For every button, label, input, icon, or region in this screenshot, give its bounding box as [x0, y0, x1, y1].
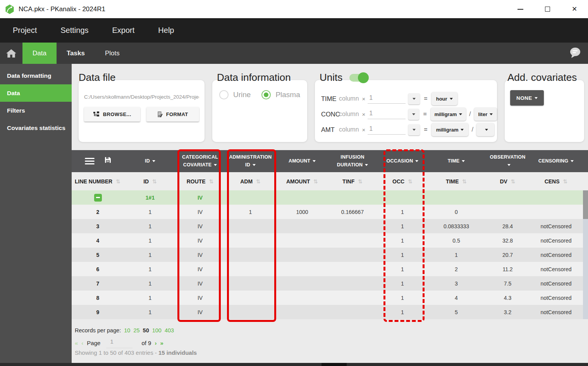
table-menu-icon[interactable] [85, 158, 95, 165]
minimize-button[interactable] [507, 0, 534, 18]
table-cell-line [72, 190, 124, 205]
column-type-occasion[interactable]: OCCASION [378, 150, 427, 172]
time-factor-input[interactable] [368, 94, 406, 104]
urine-radio[interactable] [219, 90, 229, 99]
table-cell-dv: 32.8 [485, 233, 530, 248]
chevron-down-icon [459, 113, 462, 115]
table-cell-id: 1 [124, 276, 176, 291]
sort-icon[interactable] [313, 178, 318, 185]
tab-data[interactable]: Data [22, 43, 57, 64]
time-unit-dropdown[interactable]: hour [432, 92, 457, 105]
sidebar-item-covariates-statistics[interactable]: Covariates statistics [0, 119, 72, 137]
conc-unit-numerator-value: milligram [434, 111, 457, 117]
pkanalix-window: NCA.pkx - PKanalix - 2024R1 ✕ Project Se… [0, 0, 588, 366]
column-type-observation[interactable]: OBSERVATION [485, 150, 530, 172]
col-tinf: TINF [342, 178, 354, 185]
next-page-button[interactable]: › [155, 340, 156, 346]
page-size-25[interactable]: 25 [133, 327, 139, 334]
page-size-100[interactable]: 100 [152, 327, 162, 334]
scrollbar-thumb[interactable] [583, 190, 588, 219]
sidebar-item-filters[interactable]: Filters [0, 102, 72, 119]
menu-help[interactable]: Help [158, 26, 174, 35]
sort-icon[interactable] [152, 178, 157, 185]
browse-button[interactable]: BROWSE... [84, 107, 140, 121]
sidebar: Data formatting Data Filters Covariates … [0, 64, 72, 363]
conc-factor-dropdown[interactable] [408, 109, 419, 120]
horizontal-scrollbar [0, 363, 588, 366]
page-size-403[interactable]: 403 [165, 327, 174, 334]
sort-icon[interactable] [511, 178, 516, 185]
last-page-button[interactable]: » [160, 340, 163, 346]
conc-unit-denominator-value: liter [478, 111, 487, 117]
sort-icon[interactable] [462, 178, 467, 185]
sort-icon[interactable] [116, 178, 120, 185]
format-button[interactable]: FORMAT [146, 107, 199, 121]
showing-entries-text: Showing 1 to 50 of 403 entries - 15 indi… [75, 349, 197, 356]
amt-unit-numerator-dropdown[interactable]: milligram [432, 123, 469, 136]
units-toggle[interactable] [349, 74, 367, 82]
collapse-row-icon[interactable] [94, 194, 102, 202]
table-cell-route: IV [176, 205, 224, 219]
time-factor-dropdown[interactable] [408, 93, 420, 104]
table-cell-route: IV [176, 262, 224, 276]
table-cell-tinf [327, 190, 378, 205]
page-size-50[interactable]: 50 [143, 327, 149, 334]
column-type-amount[interactable]: AMOUNT [277, 150, 327, 172]
maximize-button[interactable] [534, 0, 561, 18]
chevron-down-icon [485, 129, 488, 131]
chevron-down-icon [253, 164, 256, 166]
sort-icon[interactable] [256, 178, 261, 185]
sidebar-item-data[interactable]: Data [0, 84, 72, 102]
table-cell-occ: 1 [378, 291, 427, 305]
column-type-id[interactable]: ID [124, 150, 176, 172]
column-type-infusion-duration[interactable]: INFUSION DURATION [327, 150, 378, 172]
none-covariates-dropdown[interactable]: NONE [510, 90, 544, 106]
sort-icon[interactable] [358, 178, 363, 185]
times-symbol: × [362, 111, 366, 118]
column-type-censoring[interactable]: CENSORING [530, 150, 582, 172]
save-table-icon[interactable] [105, 157, 111, 165]
menu-settings[interactable]: Settings [60, 26, 88, 35]
column-type-time[interactable]: TIME [427, 150, 485, 172]
table-cell-route: IV [176, 305, 224, 319]
amt-unit-denominator-dropdown[interactable] [476, 123, 494, 136]
table-cell-dv [485, 190, 530, 205]
amt-factor-dropdown[interactable] [408, 124, 420, 135]
table-cell-amount [277, 276, 327, 291]
previous-page-button[interactable]: ‹ [81, 340, 83, 346]
individuals-count: 15 individuals [158, 349, 197, 356]
tab-plots[interactable]: Plots [95, 43, 130, 64]
column-label: column [339, 111, 359, 118]
plasma-radio[interactable] [261, 90, 271, 99]
conc-unit-denominator-dropdown[interactable]: liter [474, 108, 497, 121]
table-cell-amount: 1000 [277, 205, 327, 219]
column-type-administration-id[interactable]: ADMINISTRATION ID [224, 150, 277, 172]
home-button[interactable] [0, 43, 22, 64]
home-icon [6, 49, 16, 58]
sort-icon[interactable] [209, 178, 214, 185]
chat-bubble-icon [569, 47, 582, 58]
column-type-categorical-covariate[interactable]: CATEGORICAL COVARIATE [176, 150, 224, 172]
table-cell-tinf [327, 291, 378, 305]
page-size-10[interactable]: 10 [124, 327, 130, 334]
table-vertical-scrollbar [583, 190, 588, 319]
amt-factor-input[interactable] [368, 125, 406, 135]
col-dv: DV [500, 178, 507, 185]
conc-factor-input[interactable] [368, 109, 406, 119]
amt-unit-label: AMT [321, 126, 339, 133]
menu-project[interactable]: Project [13, 26, 37, 35]
menu-export[interactable]: Export [112, 26, 135, 35]
page-number-input[interactable] [106, 337, 132, 348]
table-cell-id: 1 [124, 248, 176, 262]
tab-tasks[interactable]: Tasks [57, 43, 95, 64]
sidebar-item-data-formatting[interactable]: Data formatting [0, 67, 72, 84]
table-cell-route: IV [176, 291, 224, 305]
sort-icon[interactable] [563, 178, 568, 185]
first-page-button[interactable]: « [75, 340, 78, 346]
horizontal-scrollbar-thumb[interactable] [322, 363, 347, 366]
feedback-button[interactable] [569, 47, 582, 60]
conc-unit-numerator-dropdown[interactable]: milligram [431, 108, 466, 121]
close-button[interactable]: ✕ [561, 0, 588, 18]
sort-icon[interactable] [408, 178, 413, 185]
chevron-down-icon [413, 129, 416, 131]
